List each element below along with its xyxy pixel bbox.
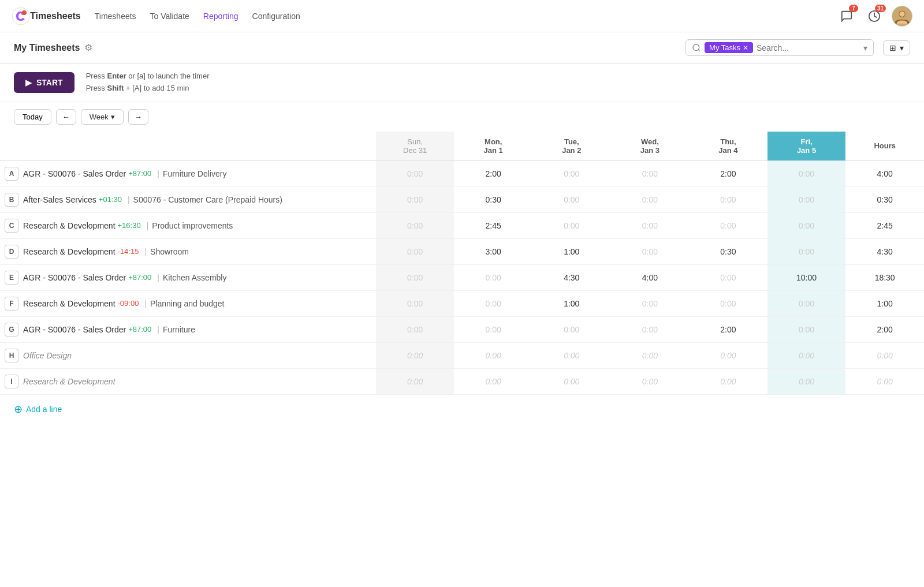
cell-fri[interactable]: 0:00 <box>767 238 846 264</box>
clock-button[interactable]: 31 <box>864 6 885 27</box>
cell-wed[interactable]: 0:00 <box>611 160 690 186</box>
cell-mon[interactable]: 3:00 <box>454 238 532 264</box>
cell-mon[interactable]: 0:00 <box>454 290 532 316</box>
cell-thu[interactable]: 0:00 <box>689 212 767 238</box>
cell-mon[interactable]: 2:00 <box>454 160 532 186</box>
nav-configuration[interactable]: Configuration <box>252 9 300 23</box>
table-row[interactable]: IResearch & Development0:000:000:000:000… <box>0 368 924 394</box>
cell-mon[interactable]: 0:00 <box>454 264 532 290</box>
cell-mon[interactable]: 0:00 <box>454 368 532 394</box>
today-button[interactable]: Today <box>14 109 51 125</box>
prev-week-button[interactable]: ← <box>56 109 76 125</box>
cell-mon[interactable]: 2:45 <box>454 212 532 238</box>
settings-gear-icon[interactable]: ⚙ <box>84 42 92 53</box>
cell-hours[interactable]: 1:00 <box>845 290 924 316</box>
table-row[interactable]: BAfter-Sales Services +01:30|S00076 - Cu… <box>0 186 924 212</box>
cell-wed[interactable]: 0:00 <box>611 186 690 212</box>
cell-fri[interactable]: 0:00 <box>767 212 846 238</box>
nav-to-validate[interactable]: To Validate <box>150 9 189 23</box>
search-input[interactable] <box>757 43 858 53</box>
search-dropdown-arrow[interactable]: ▾ <box>863 43 867 53</box>
table-row[interactable]: HOffice Design0:000:000:000:000:000:000:… <box>0 342 924 368</box>
cell-hours[interactable]: 4:00 <box>845 160 924 186</box>
cell-thu[interactable]: 0:00 <box>689 342 767 368</box>
week-selector[interactable]: Week ▾ <box>81 109 124 125</box>
table-row[interactable]: AAGR - S00076 - Sales Order +87:00|Furni… <box>0 160 924 186</box>
cell-sun[interactable]: 0:00 <box>376 342 454 368</box>
cell-thu[interactable]: 0:00 <box>689 368 767 394</box>
table-row[interactable]: GAGR - S00076 - Sales Order +87:00|Furni… <box>0 316 924 342</box>
cell-wed[interactable]: 0:00 <box>611 316 690 342</box>
cell-fri[interactable]: 0:00 <box>767 316 846 342</box>
cell-wed[interactable]: 0:00 <box>611 368 690 394</box>
cell-mon[interactable]: 0:30 <box>454 186 532 212</box>
cell-sun[interactable]: 0:00 <box>376 186 454 212</box>
cell-sun[interactable]: 0:00 <box>376 238 454 264</box>
table-row[interactable]: CResearch & Development +16:30|Product i… <box>0 212 924 238</box>
view-toggle-button[interactable]: ⊞ ▾ <box>883 40 910 55</box>
cell-mon[interactable]: 0:00 <box>454 342 532 368</box>
cell-tue[interactable]: 0:00 <box>532 160 611 186</box>
nav-timesheets[interactable]: Timesheets <box>95 9 136 23</box>
next-week-button[interactable]: → <box>128 109 148 125</box>
cell-thu[interactable]: 0:00 <box>689 290 767 316</box>
cell-wed[interactable]: 0:00 <box>611 342 690 368</box>
cell-sun[interactable]: 0:00 <box>376 264 454 290</box>
cell-hours[interactable]: 2:00 <box>845 316 924 342</box>
cell-fri[interactable]: 0:00 <box>767 160 846 186</box>
cell-thu[interactable]: 2:00 <box>689 316 767 342</box>
cell-tue[interactable]: 0:00 <box>532 368 611 394</box>
task-cell[interactable]: HOffice Design <box>0 342 376 368</box>
cell-hours[interactable]: 0:00 <box>845 368 924 394</box>
cell-tue[interactable]: 0:00 <box>532 316 611 342</box>
cell-thu[interactable]: 0:00 <box>689 264 767 290</box>
cell-tue[interactable]: 0:00 <box>532 186 611 212</box>
view-dropdown-arrow[interactable]: ▾ <box>900 43 904 53</box>
cell-hours[interactable]: 0:30 <box>845 186 924 212</box>
table-row[interactable]: FResearch & Development -09:00|Planning … <box>0 290 924 316</box>
cell-tue[interactable]: 0:00 <box>532 212 611 238</box>
cell-fri[interactable]: 0:00 <box>767 290 846 316</box>
cell-thu[interactable]: 2:00 <box>689 160 767 186</box>
nav-reporting[interactable]: Reporting <box>203 9 239 23</box>
task-cell[interactable]: FResearch & Development -09:00|Planning … <box>0 290 376 316</box>
cell-tue[interactable]: 1:00 <box>532 238 611 264</box>
cell-thu[interactable]: 0:00 <box>689 186 767 212</box>
cell-wed[interactable]: 4:00 <box>611 264 690 290</box>
task-cell[interactable]: GAGR - S00076 - Sales Order +87:00|Furni… <box>0 316 376 342</box>
messages-button[interactable]: 7 <box>836 6 857 27</box>
cell-sun[interactable]: 0:00 <box>376 212 454 238</box>
cell-sun[interactable]: 0:00 <box>376 160 454 186</box>
cell-tue[interactable]: 4:30 <box>532 264 611 290</box>
cell-wed[interactable]: 0:00 <box>611 290 690 316</box>
table-row[interactable]: EAGR - S00076 - Sales Order +87:00|Kitch… <box>0 264 924 290</box>
table-row[interactable]: DResearch & Development -14:15|Showroom0… <box>0 238 924 264</box>
start-timer-button[interactable]: ▶ START <box>14 72 74 93</box>
cell-hours[interactable]: 2:45 <box>845 212 924 238</box>
cell-tue[interactable]: 1:00 <box>532 290 611 316</box>
cell-fri[interactable]: 0:00 <box>767 186 846 212</box>
cell-hours[interactable]: 0:00 <box>845 342 924 368</box>
task-cell[interactable]: CResearch & Development +16:30|Product i… <box>0 212 376 238</box>
my-tasks-filter[interactable]: My Tasks ✕ <box>705 42 753 53</box>
cell-mon[interactable]: 0:00 <box>454 316 532 342</box>
cell-fri[interactable]: 0:00 <box>767 342 846 368</box>
cell-hours[interactable]: 18:30 <box>845 264 924 290</box>
task-cell[interactable]: AAGR - S00076 - Sales Order +87:00|Furni… <box>0 160 376 186</box>
cell-wed[interactable]: 0:00 <box>611 212 690 238</box>
task-cell[interactable]: DResearch & Development -14:15|Showroom <box>0 238 376 264</box>
task-cell[interactable]: BAfter-Sales Services +01:30|S00076 - Cu… <box>0 186 376 212</box>
cell-sun[interactable]: 0:00 <box>376 368 454 394</box>
cell-wed[interactable]: 0:00 <box>611 238 690 264</box>
cell-fri[interactable]: 10:00 <box>767 264 846 290</box>
avatar[interactable] <box>892 6 912 27</box>
remove-filter-button[interactable]: ✕ <box>743 44 748 52</box>
cell-sun[interactable]: 0:00 <box>376 290 454 316</box>
add-line-button[interactable]: ⊕ Add a line <box>0 395 924 424</box>
task-cell[interactable]: IResearch & Development <box>0 368 376 394</box>
cell-hours[interactable]: 4:30 <box>845 238 924 264</box>
cell-thu[interactable]: 0:30 <box>689 238 767 264</box>
cell-sun[interactable]: 0:00 <box>376 316 454 342</box>
task-cell[interactable]: EAGR - S00076 - Sales Order +87:00|Kitch… <box>0 264 376 290</box>
cell-fri[interactable]: 0:00 <box>767 368 846 394</box>
